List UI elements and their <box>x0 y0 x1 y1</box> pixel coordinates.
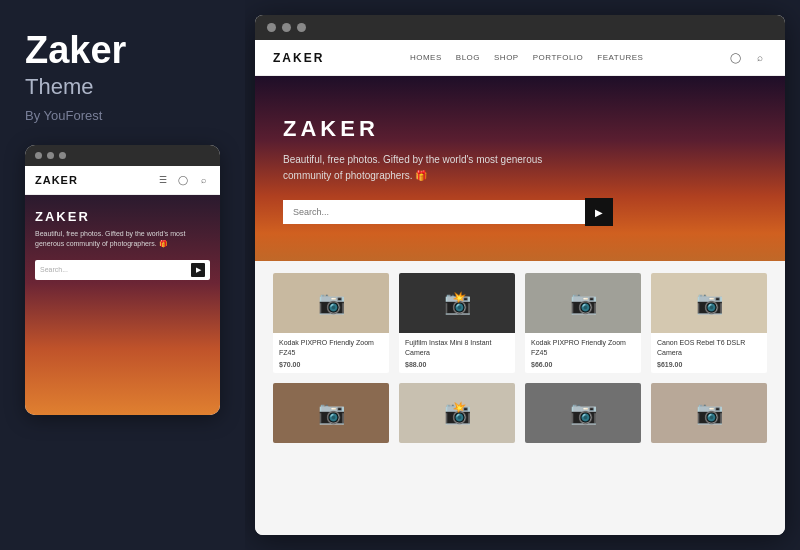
product-info-3: Kodak PIXPRO Friendly Zoom FZ45 $66.00 <box>525 333 641 373</box>
theme-subtitle: Theme <box>25 74 220 100</box>
theme-author: By YouForest <box>25 108 220 123</box>
right-panel: ZAKER HOMES BLOG SHOP PORTFOLIO FEATURES… <box>245 0 800 550</box>
browser-dot-2 <box>47 152 54 159</box>
product-info-1: Kodak PIXPRO Friendly Zoom FZ45 $70.00 <box>273 333 389 373</box>
nav-shop[interactable]: SHOP <box>494 53 519 62</box>
product-image-6: 📸 <box>399 383 515 443</box>
desktop-products: 📷 Kodak PIXPRO Friendly Zoom FZ45 $70.00… <box>255 261 785 535</box>
desktop-browser-bar <box>255 15 785 40</box>
desktop-site-header: ZAKER HOMES BLOG SHOP PORTFOLIO FEATURES… <box>255 40 785 76</box>
theme-title: Zaker <box>25 30 220 72</box>
products-grid-row2: 📷 📸 📷 📷 <box>273 383 767 443</box>
desktop-hero-subtitle: Beautiful, free photos. Gifted by the wo… <box>283 152 583 184</box>
left-panel: Zaker Theme By YouForest ZAKER ☰ ◯ ⌕ ZAK… <box>0 0 245 550</box>
desktop-nav: HOMES BLOG SHOP PORTFOLIO FEATURES <box>410 53 643 62</box>
product-price-1: $70.00 <box>279 361 383 368</box>
product-name-3: Kodak PIXPRO Friendly Zoom FZ45 <box>531 338 635 358</box>
product-price-2: $88.00 <box>405 361 509 368</box>
mobile-nav-icons: ☰ ◯ ⌕ <box>156 173 210 187</box>
product-info-2: Fujifilm Instax Mini 8 Instant Camera $8… <box>399 333 515 373</box>
products-grid-row1: 📷 Kodak PIXPRO Friendly Zoom FZ45 $70.00… <box>273 273 767 373</box>
product-name-1: Kodak PIXPRO Friendly Zoom FZ45 <box>279 338 383 358</box>
nav-blog[interactable]: BLOG <box>456 53 480 62</box>
nav-homes[interactable]: HOMES <box>410 53 442 62</box>
product-image-1: 📷 <box>273 273 389 333</box>
product-price-3: $66.00 <box>531 361 635 368</box>
desktop-hero-title: ZAKER <box>283 116 757 142</box>
desktop-dot-3 <box>297 23 306 32</box>
product-image-3: 📷 <box>525 273 641 333</box>
mobile-search-button[interactable]: ▶ <box>191 263 205 277</box>
search-icon: ⌕ <box>196 173 210 187</box>
mobile-hero-title: ZAKER <box>35 209 210 224</box>
product-name-2: Fujifilm Instax Mini 8 Instant Camera <box>405 338 509 358</box>
desktop-preview-card: ZAKER HOMES BLOG SHOP PORTFOLIO FEATURES… <box>255 15 785 535</box>
desktop-search-icon[interactable]: ⌕ <box>753 51 767 65</box>
desktop-hero: ZAKER Beautiful, free photos. Gifted by … <box>255 76 785 261</box>
nav-features[interactable]: FEATURES <box>597 53 643 62</box>
product-image-2: 📸 <box>399 273 515 333</box>
desktop-search-input[interactable] <box>283 200 585 224</box>
product-image-5: 📷 <box>273 383 389 443</box>
desktop-user-icon[interactable]: ◯ <box>729 51 743 65</box>
browser-dot-1 <box>35 152 42 159</box>
product-card-8[interactable]: 📷 <box>651 383 767 443</box>
browser-dot-3 <box>59 152 66 159</box>
mobile-preview-card: ZAKER ☰ ◯ ⌕ ZAKER Beautiful, free photos… <box>25 145 220 415</box>
desktop-dot-2 <box>282 23 291 32</box>
mobile-site-header: ZAKER ☰ ◯ ⌕ <box>25 166 220 195</box>
product-card-2[interactable]: 📸 Fujifilm Instax Mini 8 Instant Camera … <box>399 273 515 373</box>
desktop-dot-1 <box>267 23 276 32</box>
mobile-browser-bar <box>25 145 220 166</box>
product-card-5[interactable]: 📷 <box>273 383 389 443</box>
product-card-7[interactable]: 📷 <box>525 383 641 443</box>
product-image-7: 📷 <box>525 383 641 443</box>
product-info-4: Canon EOS Rebel T6 DSLR Camera $619.00 <box>651 333 767 373</box>
product-image-4: 📷 <box>651 273 767 333</box>
desktop-search-bar[interactable]: ▶ <box>283 198 613 226</box>
product-card-1[interactable]: 📷 Kodak PIXPRO Friendly Zoom FZ45 $70.00 <box>273 273 389 373</box>
mobile-hero-text: Beautiful, free photos. Gifted by the wo… <box>35 229 210 250</box>
product-name-4: Canon EOS Rebel T6 DSLR Camera <box>657 338 761 358</box>
product-card-6[interactable]: 📸 <box>399 383 515 443</box>
product-price-4: $619.00 <box>657 361 761 368</box>
product-image-8: 📷 <box>651 383 767 443</box>
product-card-3[interactable]: 📷 Kodak PIXPRO Friendly Zoom FZ45 $66.00 <box>525 273 641 373</box>
mobile-hero: ZAKER Beautiful, free photos. Gifted by … <box>25 195 220 415</box>
desktop-nav-icons: ◯ ⌕ <box>729 51 767 65</box>
desktop-search-button[interactable]: ▶ <box>585 198 613 226</box>
user-icon: ◯ <box>176 173 190 187</box>
product-card-4[interactable]: 📷 Canon EOS Rebel T6 DSLR Camera $619.00 <box>651 273 767 373</box>
nav-portfolio[interactable]: PORTFOLIO <box>533 53 584 62</box>
mobile-search-bar[interactable]: Search... ▶ <box>35 260 210 280</box>
hamburger-icon: ☰ <box>156 173 170 187</box>
mobile-search-placeholder[interactable]: Search... <box>40 266 187 273</box>
mobile-logo: ZAKER <box>35 174 78 186</box>
desktop-logo: ZAKER <box>273 51 324 65</box>
